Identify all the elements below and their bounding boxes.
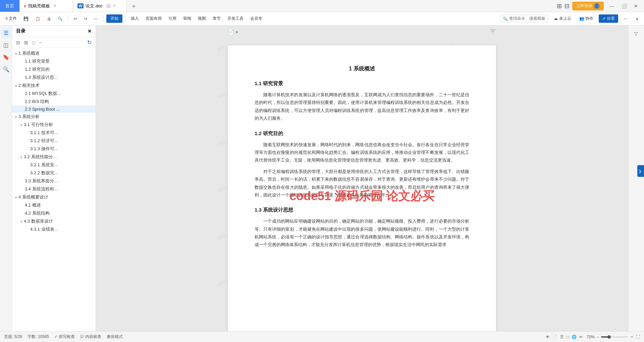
toc-item[interactable]: 4.3.1 业绩表...	[12, 225, 96, 233]
toc-item[interactable]: 3.2.1 系统安...	[12, 161, 96, 169]
toc-label: 1.3 系统设计思...	[25, 74, 58, 80]
search-box[interactable]: 🔍 查找命令、搜索模板	[500, 15, 548, 22]
toc-item[interactable]: 1.3 系统设计思...	[12, 73, 96, 81]
toc-item[interactable]: 3.1.2 经济可...	[12, 137, 96, 145]
toolbar-save-icon[interactable]: 💾	[21, 15, 31, 22]
doc-filter-icon[interactable]	[489, 28, 496, 36]
zoom-plus-btn[interactable]: ＋	[630, 334, 634, 340]
tab-home[interactable]: 首页	[0, 0, 19, 12]
spell-check[interactable]: ✓ 拼写检查	[54, 334, 75, 340]
toolbar-more-menu[interactable]: ⋯	[621, 15, 630, 22]
toc-label: 3.2.2 数据完...	[30, 170, 58, 176]
web-view-icon[interactable]: □	[567, 335, 569, 339]
zoom-minus-btn[interactable]: −	[597, 335, 599, 339]
grid-view-icon[interactable]: ⊞	[557, 2, 562, 10]
toolbar-copy-icon[interactable]: 📋	[33, 15, 43, 22]
toc-item[interactable]: ∨4 系统概要设计	[12, 193, 96, 201]
content-check[interactable]: ☑ 内容检查	[80, 334, 101, 340]
menu-devtools[interactable]: 开发工具	[225, 14, 246, 23]
toc-item[interactable]: 3.4 系统流程和...	[12, 185, 96, 193]
close-button[interactable]: ✕	[631, 1, 641, 11]
toc-item[interactable]: ∨3 系统分析	[12, 113, 96, 121]
doc-para-1: 随着计算机技术的发展以及计算机网络的逐渐普及，互联网成为人们查找信息的重要场所，…	[255, 91, 469, 122]
tab-doc[interactable]: W 论文.doc ⬜ ✕	[73, 0, 127, 12]
toc-item[interactable]: ∨3.2 系统性能分...	[12, 153, 96, 161]
toolbar-print-icon[interactable]: 🖨	[44, 15, 54, 22]
refresh-icon[interactable]: ↻	[86, 39, 93, 46]
outline-view-icon[interactable]: ☰	[560, 335, 564, 339]
sidebar-close-icon[interactable]: ✕	[88, 28, 92, 34]
tab-add-button[interactable]: ＋	[127, 2, 141, 10]
app-grid-icon[interactable]: ⊟	[565, 2, 570, 10]
word-count: 字数: 10585	[28, 334, 49, 340]
toc-item[interactable]: 2.2 B/S 结构	[12, 98, 96, 106]
toc-item[interactable]: 1.1 研究背景	[12, 57, 96, 65]
menu-chapter[interactable]: 章节	[210, 14, 223, 23]
toc-item[interactable]: 2.3 Spring Boot ...	[12, 106, 96, 113]
toc-arrow: ∨	[20, 123, 22, 127]
toolbar-redo-icon[interactable]: ↪	[81, 15, 90, 22]
collab-btn[interactable]: 👥 协作	[577, 14, 596, 23]
start-button[interactable]: 开始	[106, 14, 122, 23]
minimize-button[interactable]: —	[606, 1, 617, 11]
toc-item[interactable]: 2.1 MYSQL 数据...	[12, 90, 96, 98]
toc-item[interactable]: 3.3 系统界面分...	[12, 177, 96, 185]
annotate-icon[interactable]: ✏	[579, 335, 583, 339]
cloud-btn[interactable]: ☁ 未上云	[551, 14, 574, 23]
page-view-icon[interactable]: 📄	[552, 335, 557, 339]
toolbar-preview-icon[interactable]: 🔍	[55, 15, 65, 22]
toc-item[interactable]: 1.2 研究目的	[12, 65, 96, 73]
toc-item[interactable]: ∨1 系统概述	[12, 49, 96, 57]
outline-icon[interactable]: ◫	[1, 40, 11, 50]
toc-item[interactable]: 3.1.1 技术可...	[12, 129, 96, 137]
restore-button[interactable]: ⬜	[619, 1, 629, 11]
toc-item[interactable]: ∨3.1 可行性分析	[12, 121, 96, 129]
sidebar-header-controls: ✕	[88, 28, 92, 34]
avatar: 👤	[594, 3, 600, 9]
doc-section-12: 1.2 研究目的	[255, 130, 469, 137]
collapse-all-icon[interactable]: ⊟	[15, 39, 21, 46]
toc-item[interactable]: ∨2 相关技术	[12, 81, 96, 90]
toc-panel-icon[interactable]: ☰	[1, 28, 11, 38]
toolbar-dropdown[interactable]: ∨	[633, 15, 641, 22]
menu-page-layout[interactable]: 页面布局	[143, 14, 164, 23]
menu-member[interactable]: 会员专	[248, 14, 265, 23]
bookmark-icon[interactable]: 🔖	[1, 52, 11, 62]
doc-edit-icon[interactable]: 📄	[228, 29, 234, 35]
zoom-fullscreen-btn[interactable]: ⛶	[636, 335, 640, 339]
menu-insert[interactable]: 插入	[128, 14, 142, 23]
menu-review[interactable]: 审阅	[180, 14, 194, 23]
menu-file[interactable]: ≡ 文件	[3, 14, 19, 23]
toc-label: 1.2 研究目的	[25, 66, 50, 72]
globe-icon[interactable]: 🌐	[572, 335, 577, 339]
menu-reference[interactable]: 引用	[166, 14, 179, 23]
share-btn[interactable]: ↗ 分享	[599, 14, 618, 23]
tab-moban[interactable]: v 找稿壳模板 ✕	[19, 0, 73, 12]
toc-item[interactable]: 4.1 概述	[12, 201, 96, 209]
add-section-icon[interactable]: □	[31, 39, 36, 46]
toolbar-more-1[interactable]: ⋯	[91, 15, 101, 22]
tab-doc-close[interactable]: ✕	[113, 4, 116, 8]
content-area[interactable]: code51.cn code51.cn code51.cn code51.cn …	[96, 25, 628, 331]
right-filter-icon[interactable]: ▽	[631, 28, 642, 39]
expand-all-icon[interactable]: ⊞	[23, 39, 30, 46]
toolbar-undo-icon[interactable]: ↩	[71, 15, 80, 22]
read-view-icon[interactable]: 👁	[546, 335, 550, 339]
menu-view[interactable]: 视图	[195, 14, 209, 23]
toc-item[interactable]: 3.2.2 数据完...	[12, 169, 96, 177]
toc-item[interactable]: 3.1.3 操作可...	[12, 145, 96, 153]
remove-section-icon[interactable]: −	[38, 39, 43, 46]
search-panel-icon[interactable]: 🔍	[1, 64, 11, 74]
right-edge-tab[interactable]: ❯	[637, 165, 644, 177]
toc-item[interactable]: 4.2 系统结构	[12, 209, 96, 217]
login-button[interactable]: 立即登录 👤	[572, 2, 604, 10]
doc-container: code51.cn code51.cn code51.cn code51.cn …	[218, 25, 506, 331]
toc-label: 2.1 MYSQL 数据...	[25, 91, 61, 97]
tab-moban-close[interactable]: ✕	[53, 4, 56, 8]
toc-item[interactable]: ∨4.3 数据库设计	[12, 217, 96, 225]
tab-doc-restore[interactable]: ⬜	[106, 4, 111, 8]
title-bar-right: ⊞ ⊟ 立即登录 👤 — ⬜ ✕	[557, 1, 644, 11]
main-layout: ☰ ◫ 🔖 🔍 目录 ✕ ⊟ ⊞ □ − ↻ ∨1 系统概述1.1 研究背景1.…	[0, 25, 644, 331]
tab-moban-label: 找稿壳模板	[28, 3, 50, 9]
zoom-slider[interactable]	[601, 336, 628, 338]
